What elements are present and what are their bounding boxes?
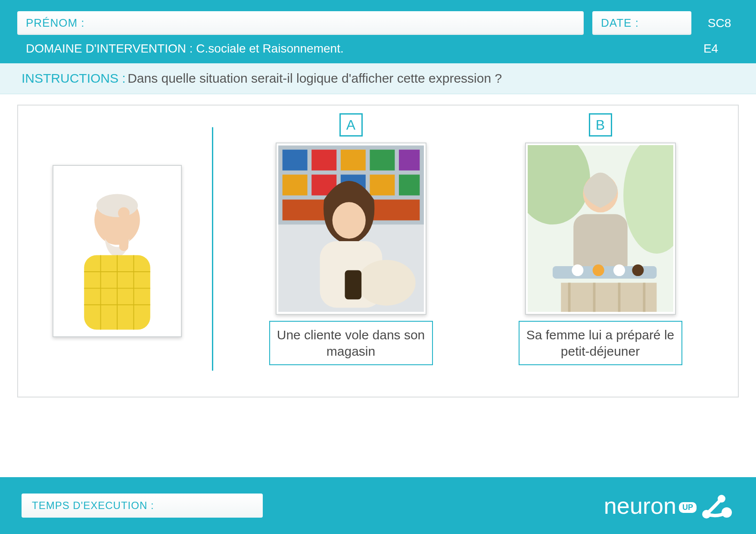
instructions-text: Dans quelle situation serait-il logique …: [128, 71, 502, 85]
brand-badge: UP: [679, 502, 697, 513]
svg-rect-23: [399, 174, 420, 195]
option-b-illustration-icon: [528, 145, 673, 312]
header-band: PRÉNOM : DATE : SC8 DOMAINE D'INTERVENTI…: [0, 0, 756, 63]
svg-rect-18: [399, 150, 420, 171]
option-a-caption: Une cliente vole dans son magasin: [269, 321, 433, 365]
option-b-caption: Sa femme lui a préparé le petit-déjeuner: [519, 321, 682, 365]
date-field[interactable]: DATE :: [592, 11, 691, 35]
svg-point-28: [357, 260, 415, 305]
domain-label: DOMAINE D'INTERVENTION :: [26, 42, 193, 55]
execution-time-field[interactable]: TEMPS D'EXECUTION :: [22, 494, 263, 518]
svg-rect-19: [282, 174, 307, 195]
instructions-label: INSTRUCTIONS :: [22, 71, 126, 85]
header-row-domain: DOMAINE D'INTERVENTION : C.sociale et Ra…: [17, 35, 739, 56]
expression-photo: [53, 165, 182, 337]
option-b-letter: B: [589, 113, 612, 137]
brand-logo: neuron UP: [604, 492, 734, 519]
svg-rect-29: [345, 270, 361, 300]
exercise-area: A: [0, 94, 756, 397]
svg-point-26: [332, 202, 365, 239]
option-a[interactable]: A: [239, 113, 463, 397]
expression-column: [31, 106, 203, 397]
vertical-divider: [212, 127, 213, 371]
option-a-photo: [276, 143, 426, 315]
expression-illustration-icon: [55, 168, 179, 335]
exercise-frame: A: [17, 105, 739, 397]
options-row: A: [230, 106, 738, 397]
svg-rect-22: [370, 174, 395, 195]
option-a-letter: A: [339, 113, 363, 137]
option-b-photo: [525, 143, 676, 315]
domain-value: C.sociale et Raisonnement.: [196, 42, 343, 55]
svg-rect-10: [119, 218, 128, 251]
domain-line: DOMAINE D'INTERVENTION : C.sociale et Ra…: [26, 42, 691, 56]
svg-rect-14: [282, 150, 307, 171]
svg-point-37: [592, 264, 604, 276]
svg-point-39: [632, 264, 644, 276]
svg-rect-40: [561, 283, 656, 312]
svg-rect-16: [340, 150, 365, 171]
prenom-field[interactable]: PRÉNOM :: [17, 11, 584, 35]
svg-point-36: [572, 264, 583, 276]
header-row-inputs: PRÉNOM : DATE : SC8: [17, 11, 739, 35]
instructions-band: INSTRUCTIONS : Dans quelle situation ser…: [0, 63, 756, 94]
svg-point-11: [118, 207, 130, 219]
option-b[interactable]: B: [488, 113, 712, 397]
svg-rect-15: [311, 150, 336, 171]
footer-band: TEMPS D'EXECUTION : neuron UP: [0, 477, 756, 534]
brand-name: neuron: [604, 492, 676, 519]
level-code: E4: [691, 42, 730, 56]
svg-rect-17: [370, 150, 395, 171]
svg-point-2: [96, 194, 138, 217]
option-a-illustration-icon: [278, 145, 424, 312]
sheet-code: SC8: [700, 11, 739, 35]
svg-point-38: [613, 264, 625, 276]
brand-mark-icon: [700, 494, 734, 519]
